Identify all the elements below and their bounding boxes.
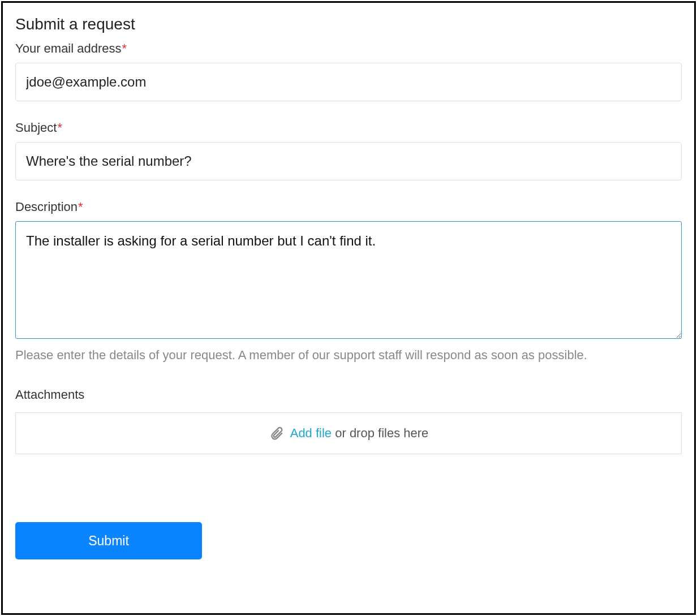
required-indicator: * — [57, 120, 62, 135]
attachments-group: Attachments Add file or drop files here — [15, 387, 682, 454]
email-label-text: Your email address — [15, 41, 122, 55]
description-label-text: Description — [15, 200, 78, 214]
form-container: Submit a request Your email address* Sub… — [1, 1, 696, 615]
attachments-text: Add file or drop files here — [290, 426, 429, 441]
required-indicator: * — [122, 41, 127, 55]
drop-files-text: or drop files here — [332, 426, 428, 440]
page-title: Submit a request — [15, 15, 682, 33]
description-helper-text: Please enter the details of your request… — [15, 348, 682, 363]
attachments-dropzone[interactable]: Add file or drop files here — [15, 412, 682, 454]
email-field[interactable] — [15, 63, 682, 101]
subject-label: Subject* — [15, 120, 682, 135]
subject-group: Subject* — [15, 120, 682, 180]
submit-button[interactable]: Submit — [15, 522, 202, 559]
add-file-link[interactable]: Add file — [290, 426, 332, 440]
description-label: Description* — [15, 200, 682, 214]
attachments-label: Attachments — [15, 387, 682, 402]
required-indicator: * — [78, 200, 83, 214]
subject-label-text: Subject — [15, 120, 57, 135]
description-group: Description* — [15, 200, 682, 341]
paperclip-icon — [269, 425, 285, 441]
email-group: Your email address* — [15, 41, 682, 101]
email-label: Your email address* — [15, 41, 682, 56]
description-field[interactable] — [15, 221, 682, 339]
subject-field[interactable] — [15, 142, 682, 180]
